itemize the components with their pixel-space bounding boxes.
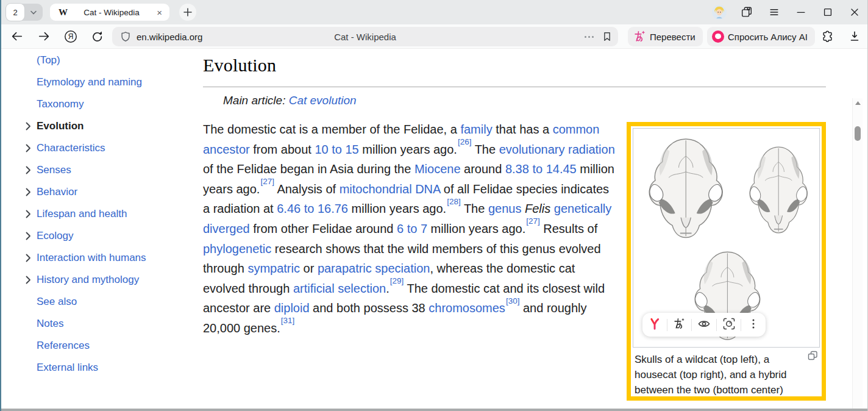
chevron-right-icon[interactable] — [26, 166, 37, 174]
refresh-icon[interactable] — [90, 29, 104, 44]
tab-count-group[interactable]: 2 — [6, 4, 43, 21]
image-search-icon[interactable] — [722, 317, 736, 333]
wiki-link[interactable]: chromosomes — [429, 301, 505, 315]
wiki-link[interactable]: 6 to 7 — [397, 222, 427, 235]
kebab-menu-icon[interactable] — [747, 317, 760, 333]
reference-link[interactable]: [27] — [526, 216, 540, 226]
vertical-scrollbar[interactable] — [852, 98, 863, 411]
sidebar-item-senses[interactable]: Senses — [26, 159, 190, 181]
tab-close-icon[interactable]: × — [155, 7, 163, 18]
body-text: The — [461, 202, 488, 215]
sidebar-item-external-links[interactable]: External links — [26, 357, 190, 379]
download-icon[interactable] — [847, 29, 862, 44]
chevron-right-icon[interactable] — [26, 276, 37, 284]
wiki-link[interactable]: parapatric speciation — [318, 262, 430, 275]
chevron-right-icon[interactable] — [26, 320, 37, 328]
sidebar-item-characteristics[interactable]: Characteristics — [26, 137, 190, 159]
wiki-link[interactable]: artificial selection — [293, 282, 386, 295]
chevron-right-icon[interactable] — [26, 188, 37, 196]
sidebar-item-taxonomy[interactable]: Taxonomy — [26, 93, 190, 115]
yandex-ya-icon[interactable]: Я — [63, 29, 78, 44]
reference-link[interactable]: [31] — [281, 316, 295, 325]
wiki-link[interactable]: family — [460, 123, 492, 136]
bookmark-icon[interactable] — [601, 30, 613, 43]
overflow-dots-icon[interactable] — [585, 36, 594, 38]
sidebar-item-etymology-and-naming[interactable]: Etymology and naming — [26, 71, 190, 93]
body-text: The domestic cat is a member of the Feli… — [203, 123, 460, 136]
enlarge-icon[interactable] — [808, 351, 818, 363]
reference-link[interactable]: [29] — [390, 276, 404, 285]
chevron-right-icon[interactable] — [26, 100, 37, 109]
tab-cat-wikipedia[interactable]: W Cat - Wikipedia × — [50, 4, 169, 21]
wiki-link[interactable]: diploid — [274, 301, 310, 315]
wiki-link[interactable]: genus — [488, 202, 522, 215]
scroll-up-icon[interactable] — [855, 101, 861, 105]
chevron-right-icon[interactable] — [26, 56, 37, 65]
svg-text:Я: Я — [68, 32, 74, 41]
chevron-right-icon[interactable] — [26, 232, 37, 240]
chevron-right-icon[interactable] — [26, 254, 37, 262]
url-text[interactable]: en.wikipedia.org — [137, 32, 202, 42]
body-text: and both possess 38 — [310, 301, 429, 315]
chevron-right-icon[interactable] — [26, 210, 37, 218]
sidebar-item-lifespan-and-health[interactable]: Lifespan and health — [26, 203, 190, 225]
sidebar-item-label: Ecology — [37, 230, 73, 242]
eye-icon[interactable] — [697, 317, 711, 333]
sidebar-item-top[interactable]: (Top) — [26, 49, 190, 71]
minimize-button[interactable] — [794, 5, 808, 20]
wiki-link[interactable]: 8.38 to 14.45 — [505, 162, 577, 176]
forward-button[interactable] — [37, 29, 51, 44]
wiki-link[interactable]: evolutionary radiation — [499, 143, 615, 156]
translate-icon[interactable] — [672, 317, 686, 333]
side-panels-icon[interactable] — [739, 5, 754, 20]
figure-skulls-highlighted: Skulls of a wildcat (top left), a housec… — [627, 122, 826, 401]
extensions-icon[interactable] — [820, 29, 835, 44]
wiki-link[interactable]: phylogenetic — [203, 242, 271, 256]
ask-alice-button[interactable]: Спросить Алису AI — [707, 27, 815, 46]
reference-link[interactable]: [26] — [458, 137, 472, 146]
body-text: Analysis of — [274, 182, 340, 196]
chevron-right-icon[interactable] — [26, 363, 37, 372]
yandex-logo-icon[interactable] — [648, 317, 661, 333]
new-tab-button[interactable] — [179, 4, 196, 21]
chevron-right-icon[interactable] — [26, 341, 37, 350]
back-button[interactable] — [10, 29, 24, 44]
chevron-right-icon[interactable] — [26, 144, 37, 152]
shield-icon[interactable] — [119, 30, 132, 43]
alice-icon — [712, 30, 724, 43]
wiki-link[interactable]: 10 to 15 — [315, 143, 358, 156]
translate-button[interactable]: Перевести — [628, 27, 703, 46]
chevron-right-icon[interactable] — [26, 78, 37, 87]
chevron-down-icon — [30, 10, 37, 15]
sidebar-item-history-and-mythology[interactable]: History and mythology — [26, 269, 190, 291]
reference-link[interactable]: [28] — [447, 197, 461, 206]
sidebar-item-see-also[interactable]: See also — [26, 291, 190, 313]
wiki-link[interactable]: sympatric — [247, 262, 300, 275]
sidebar-item-references[interactable]: References — [26, 335, 190, 357]
avatar[interactable] — [712, 5, 727, 20]
tab-count-badge[interactable]: 2 — [6, 4, 24, 21]
address-bar[interactable]: en.wikipedia.org Cat - Wikipedia — [112, 27, 618, 46]
sidebar-item-behavior[interactable]: Behavior — [26, 181, 190, 203]
reference-link[interactable]: [27] — [260, 177, 274, 186]
sidebar-item-notes[interactable]: Notes — [26, 313, 190, 335]
sidebar-item-label: Senses — [37, 164, 71, 176]
chevron-right-icon[interactable] — [26, 298, 37, 306]
chevron-right-icon[interactable] — [26, 122, 37, 130]
hatnote-link[interactable]: Cat evolution — [289, 94, 357, 107]
wiki-link[interactable]: mitochondrial DNA — [340, 182, 441, 196]
sidebar-item-evolution[interactable]: Evolution — [26, 115, 190, 137]
wiki-link[interactable]: Miocene — [414, 162, 461, 176]
reference-link[interactable]: [30] — [506, 296, 520, 306]
body-text: Results of — [540, 222, 597, 235]
sidebar-item-interaction-with-humans[interactable]: Interaction with humans — [26, 247, 190, 269]
maximize-button[interactable] — [820, 5, 835, 20]
wiki-link[interactable]: 6.46 to 16.76 — [277, 202, 348, 215]
scrollbar-thumb[interactable] — [855, 126, 861, 141]
menu-icon[interactable] — [767, 5, 781, 20]
body-text: that has a — [493, 123, 553, 136]
sidebar-item-ecology[interactable]: Ecology — [26, 225, 190, 247]
browser-window: 2 W Cat - Wikipedia × — [0, 0, 868, 411]
body-text: from about — [250, 143, 315, 156]
close-button[interactable] — [847, 5, 862, 20]
